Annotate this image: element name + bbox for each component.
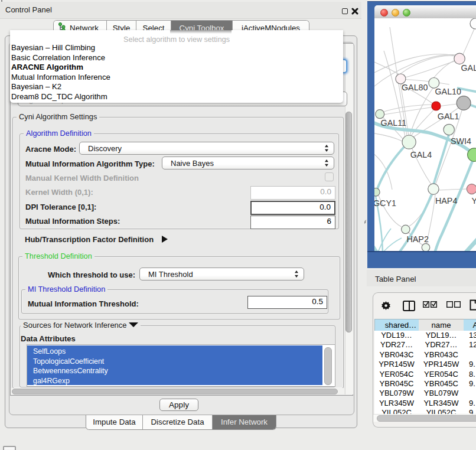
svg-text:HAP2: HAP2 <box>407 234 429 244</box>
svg-text:GAL10: GAL10 <box>435 87 462 96</box>
svg-text:GCY1: GCY1 <box>374 198 396 208</box>
svg-text:SWI4: SWI4 <box>451 136 471 146</box>
svg-text:GAL1: GAL1 <box>438 112 459 121</box>
svg-text:GAL7: GAL7 <box>461 63 476 73</box>
svg-text:Y: Y <box>471 196 476 206</box>
svg-text:HAP4: HAP4 <box>435 196 457 206</box>
svg-text:GAL4: GAL4 <box>410 150 432 159</box>
svg-text:GAL80: GAL80 <box>402 83 428 92</box>
svg-text:GAL11: GAL11 <box>381 118 406 128</box>
